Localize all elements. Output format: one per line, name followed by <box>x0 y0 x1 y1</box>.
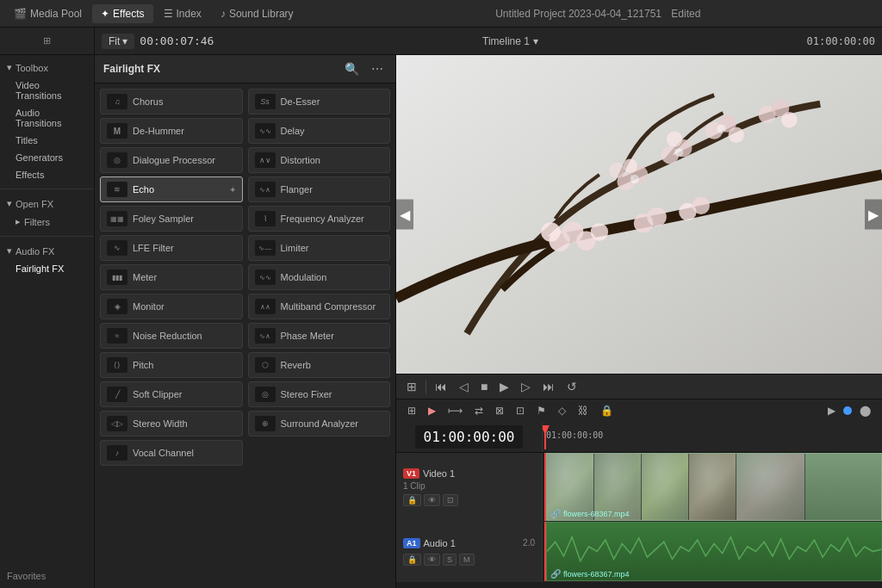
distortion-label: Distortion <box>281 155 320 165</box>
project-title-area: Untitled Project 2023-04-04_121751 Edite… <box>307 8 882 20</box>
skip-to-end-button[interactable]: ⏭ <box>539 378 558 395</box>
insert-edit-button[interactable]: ⊡ <box>512 403 529 418</box>
tab-sound-library[interactable]: ♪ Sound Library <box>212 4 302 23</box>
effect-flanger[interactable]: ∿∧ Flanger <box>248 176 391 202</box>
video-link-button[interactable]: ⊡ <box>443 494 458 506</box>
color-picker-button[interactable]: ▶ <box>823 403 840 418</box>
soft-clipper-label: Soft Clipper <box>133 389 182 399</box>
effect-pitch[interactable]: ⟨⟩ Pitch <box>100 352 243 378</box>
thumb-3 <box>642 454 689 520</box>
tab-media-pool[interactable]: 🎬 Media Pool <box>5 4 90 23</box>
color-dot-button[interactable]: ⬤ <box>855 403 875 418</box>
audio-fx-header[interactable]: ▾ Audio FX <box>0 242 94 260</box>
effect-chorus[interactable]: ♫ Chorus <box>100 89 243 115</box>
svg-point-8 <box>667 132 682 147</box>
reverb-icon: ⬡ <box>255 357 276 373</box>
effect-meter[interactable]: ▮▮▮ Meter <box>100 264 243 290</box>
effect-echo[interactable]: ≋ Echo ✦ <box>100 176 243 202</box>
open-fx-section: ▾ Open FX ▸ Filters <box>0 191 94 234</box>
link-button[interactable]: ⇄ <box>470 403 488 418</box>
video-eye-button[interactable]: 👁 <box>424 494 440 506</box>
timeline-view-button[interactable]: ⊞ <box>403 403 420 418</box>
svg-point-22 <box>591 223 609 241</box>
toolbox-header[interactable]: ▾ Toolbox <box>0 59 94 77</box>
audio-m-button[interactable]: M <box>459 554 475 566</box>
marker-button[interactable]: ◇ <box>554 403 570 418</box>
effect-stereo-fixer[interactable]: ◎ Stereo Fixer <box>248 381 391 407</box>
audio-transitions-label: Audio Transitions <box>16 108 61 128</box>
effect-de-esser[interactable]: Ss De-Esser <box>248 89 391 115</box>
fit-button[interactable]: Fit ▾ <box>102 34 134 49</box>
audio-clip[interactable]: 🔗 flowers-68367.mp4 <box>546 522 882 581</box>
select-tool-button[interactable]: ▶ <box>424 403 440 418</box>
effect-modulation[interactable]: ∿∿ Modulation <box>248 264 391 290</box>
right-timecode: 01:00:00:00 <box>807 35 875 47</box>
preview-next-button[interactable]: ▶ <box>865 200 882 230</box>
effect-multiband-compressor[interactable]: ∧∧ Multiband Compressor <box>248 294 391 319</box>
search-button[interactable]: 🔍 <box>341 60 363 77</box>
preview-bar-mid: Fit ▾ 00:00:07:46 Timeline 1 ▾ 01:00:00:… <box>95 34 882 49</box>
audio-track-name-row: A1 Audio 1 2.0 <box>403 538 535 548</box>
filters-header[interactable]: ▸ Filters <box>0 213 94 231</box>
timeline-ruler[interactable]: 01:00:00:00 <box>543 425 882 449</box>
multicam-button[interactable]: ⊠ <box>491 403 508 418</box>
effect-monitor[interactable]: ◈ Monitor <box>100 294 243 319</box>
lock-button[interactable]: 🔒 <box>596 403 618 418</box>
open-fx-header[interactable]: ▾ Open FX <box>0 195 94 213</box>
skip-to-start-button[interactable]: ⏮ <box>432 378 450 395</box>
multiband-compressor-label: Multiband Compressor <box>281 301 376 312</box>
video-lock-button[interactable]: 🔒 <box>403 494 421 506</box>
dialogue-processor-label: Dialogue Processor <box>133 155 215 165</box>
effect-phase-meter[interactable]: ∿∧ Phase Meter <box>248 323 391 349</box>
vocal-channel-icon: ♪ <box>107 445 127 461</box>
effect-foley-sampler[interactable]: ▦▦ Foley Sampler <box>100 206 243 232</box>
step-forward-button[interactable]: ▷ <box>518 378 534 395</box>
sidebar-item-fairlight-fx[interactable]: Fairlight FX <box>0 260 94 277</box>
audio-track-content[interactable]: 🔗 flowers-68367.mp4 <box>543 522 882 581</box>
effect-de-hummer[interactable]: M De-Hummer <box>100 118 243 144</box>
sidebar-item-effects[interactable]: Effects <box>0 166 94 183</box>
flag-button[interactable]: ⚑ <box>532 403 550 418</box>
effect-distortion[interactable]: ∧∨ Distortion <box>248 147 391 173</box>
effect-vocal-channel[interactable]: ♪ Vocal Channel <box>100 440 243 466</box>
effect-noise-reduction[interactable]: ≈ Noise Reduction <box>100 323 243 349</box>
effect-soft-clipper[interactable]: ╱ Soft Clipper <box>100 381 243 407</box>
effect-lfe-filter[interactable]: ∿ LFE Filter <box>100 235 243 261</box>
delay-icon: ∿∿ <box>255 123 276 139</box>
fit-label: Fit <box>109 35 120 47</box>
sidebar-item-video-transitions[interactable]: Video Transitions <box>0 77 94 104</box>
audio-s-button[interactable]: S <box>443 554 457 566</box>
noise-reduction-icon: ≈ <box>107 328 127 344</box>
sidebar-item-audio-transitions[interactable]: Audio Transitions <box>0 104 94 132</box>
sidebar-item-titles[interactable]: Titles <box>0 132 94 149</box>
snap-button[interactable]: ⟼ <box>444 403 467 418</box>
tab-effects[interactable]: ✦ Effects <box>92 4 152 23</box>
tab-index[interactable]: ☰ Index <box>155 4 210 23</box>
second-bar: ⊞ Fit ▾ 00:00:07:46 Timeline 1 ▾ 01:00:0… <box>0 28 882 55</box>
effect-delay[interactable]: ∿∿ Delay <box>248 118 391 144</box>
audio-eye-button[interactable]: 👁 <box>424 554 440 566</box>
stop-button[interactable]: ■ <box>477 378 491 395</box>
audio-track-buttons: 🔒 👁 S M <box>403 554 535 566</box>
effect-limiter[interactable]: ∿— Limiter <box>248 235 391 261</box>
viewer-settings-button[interactable]: ⊞ <box>403 378 420 395</box>
video-track-content[interactable]: 🔗 flowers-68367.mp4 <box>543 453 882 521</box>
svg-point-5 <box>624 158 637 172</box>
preview-prev-button[interactable]: ◀ <box>396 200 413 230</box>
step-back-button[interactable]: ◁ <box>456 378 472 395</box>
effect-frequency-analyzer[interactable]: ⌇ Frequency Analyzer <box>248 206 391 232</box>
sound-icon: ♪ <box>220 8 226 20</box>
more-options-button[interactable]: ⋯ <box>368 60 387 77</box>
video-clip[interactable]: 🔗 flowers-68367.mp4 <box>546 453 882 521</box>
audio-lock-button[interactable]: 🔒 <box>403 554 421 566</box>
effect-dialogue-processor[interactable]: ◎ Dialogue Processor <box>100 147 243 173</box>
link2-button[interactable]: ⛓ <box>574 403 593 418</box>
effect-stereo-width[interactable]: ◁▷ Stereo Width <box>100 411 243 436</box>
effect-surround-analyzer[interactable]: ⊕ Surround Analyzer <box>248 411 391 436</box>
sidebar-item-generators[interactable]: Generators <box>0 149 94 166</box>
effect-reverb[interactable]: ⬡ Reverb <box>248 352 391 378</box>
stereo-fixer-icon: ◎ <box>255 387 276 402</box>
video-track-controls: 1 Clip <box>403 481 535 491</box>
loop-button[interactable]: ↺ <box>563 378 581 395</box>
play-button[interactable]: ▶ <box>496 378 512 395</box>
